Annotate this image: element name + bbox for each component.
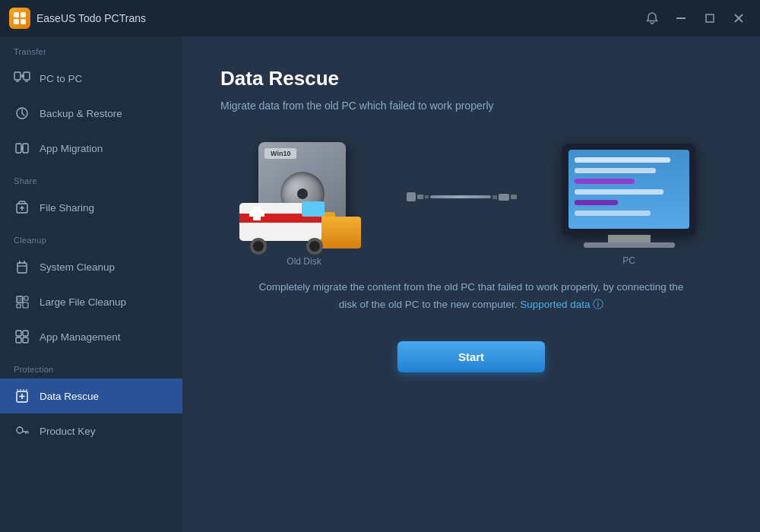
product-key-icon: [14, 423, 30, 439]
section-label-protection: Protection: [0, 354, 182, 378]
svg-rect-3: [21, 19, 26, 24]
app-logo: EaseUS Todo PCTrans: [9, 8, 146, 29]
svg-rect-9: [24, 72, 30, 80]
sidebar-item-backup-restore[interactable]: Backup & Restore: [0, 96, 182, 131]
data-rescue-icon: [14, 388, 30, 404]
svg-rect-29: [23, 331, 28, 336]
minimize-button[interactable]: [669, 6, 693, 30]
sidebar-item-product-key[interactable]: Product Key: [0, 413, 182, 448]
svg-rect-19: [17, 263, 27, 273]
page-title: Data Rescue: [220, 67, 722, 90]
sidebar-item-file-sharing[interactable]: File Sharing: [0, 190, 182, 225]
content-area: Data Rescue Migrate data from the old PC…: [182, 36, 760, 532]
svg-rect-27: [23, 302, 28, 308]
logo-icon: [9, 8, 30, 29]
sidebar-item-label-backup-restore: Backup & Restore: [40, 108, 122, 119]
backup-restore-icon: [14, 105, 30, 122]
svg-point-36: [17, 427, 23, 433]
svg-rect-14: [16, 144, 21, 153]
page-subtitle: Migrate data from the old PC which faile…: [220, 100, 722, 112]
illustration-area: Win10: [220, 142, 722, 267]
svg-rect-28: [16, 331, 21, 336]
svg-rect-2: [14, 19, 19, 24]
sidebar-item-label-product-key: Product Key: [40, 426, 96, 437]
svg-rect-30: [16, 337, 21, 343]
close-button[interactable]: [727, 6, 751, 30]
svg-rect-26: [17, 304, 21, 308]
svg-rect-0: [14, 12, 19, 17]
sidebar-item-label-pc-to-pc: PC to PC: [40, 73, 82, 84]
large-file-cleanup-icon: GB: [14, 293, 30, 310]
sidebar-item-label-data-rescue: Data Rescue: [40, 391, 99, 402]
sidebar-item-label-large-file-cleanup: Large File Cleanup: [40, 296, 126, 308]
sidebar-item-label-file-sharing: File Sharing: [40, 202, 94, 214]
supported-data-link[interactable]: Supported data ⓘ: [520, 299, 603, 310]
svg-rect-15: [23, 144, 28, 153]
svg-text:GB: GB: [17, 297, 24, 302]
titlebar: EaseUS Todo PCTrans: [0, 0, 760, 36]
sidebar-item-app-migration[interactable]: App Migration: [0, 131, 182, 166]
svg-rect-5: [706, 14, 714, 22]
sidebar-item-data-rescue[interactable]: Data Rescue: [0, 378, 182, 413]
app-management-icon: [14, 328, 30, 345]
sidebar-item-label-system-cleanup: System Cleanup: [40, 261, 115, 273]
pc-to-pc-icon: [14, 70, 30, 87]
old-disk-illustration: Win10: [247, 142, 361, 267]
file-sharing-icon: [14, 199, 30, 216]
svg-rect-4: [676, 17, 686, 19]
section-label-transfer: Transfer: [0, 36, 182, 61]
system-cleanup-icon: [14, 258, 30, 275]
svg-rect-31: [23, 337, 28, 343]
svg-rect-1: [21, 12, 26, 17]
section-label-cleanup: Cleanup: [0, 225, 182, 249]
maximize-button[interactable]: [698, 6, 722, 30]
sidebar-item-large-file-cleanup[interactable]: GB Large File Cleanup: [0, 284, 182, 319]
app-migration-icon: [14, 140, 30, 157]
window-controls: [640, 6, 751, 30]
pc-label: PC: [622, 255, 635, 266]
sidebar-item-pc-to-pc[interactable]: PC to PC: [0, 61, 182, 96]
pc-illustration: PC: [562, 144, 695, 266]
sidebar-item-label-app-migration: App Migration: [40, 143, 103, 154]
app-title: EaseUS Todo PCTrans: [36, 12, 146, 24]
old-disk-label: Old Disk: [287, 256, 321, 267]
description-text: Completely migrate the content from the …: [251, 279, 692, 314]
notification-button[interactable]: [640, 6, 664, 30]
sidebar-item-label-app-management: App Management: [40, 331, 121, 343]
sidebar-item-system-cleanup[interactable]: System Cleanup: [0, 249, 182, 284]
svg-rect-25: [24, 296, 28, 300]
section-label-share: Share: [0, 166, 182, 190]
sidebar-item-app-management[interactable]: App Management: [0, 319, 182, 354]
svg-rect-8: [14, 72, 21, 80]
cable-connector: [407, 147, 517, 261]
main-layout: Transfer PC to PC B: [0, 36, 760, 532]
sidebar: Transfer PC to PC B: [0, 36, 182, 532]
start-button[interactable]: Start: [397, 341, 545, 372]
